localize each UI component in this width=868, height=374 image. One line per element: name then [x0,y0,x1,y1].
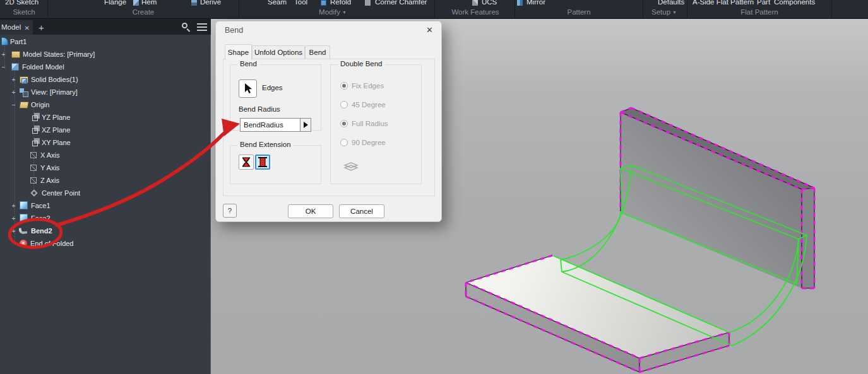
tree-item-face2[interactable]: +Face2 [0,212,211,225]
menu-icon[interactable] [197,23,207,25]
bend-radius-flyout-button[interactable] [300,118,311,132]
corner-chamfer-icon [365,0,371,6]
tree-item-origin[interactable]: −Origin [0,98,211,111]
face-icon [20,214,28,222]
ribbon-group-flat-pattern[interactable]: Flat Pattern [740,8,778,16]
ribbon-item-seam[interactable]: Seam [268,0,287,6]
expand-icon[interactable]: + [11,214,16,222]
ribbon-item-part[interactable]: Part [757,0,770,6]
ribbon-item-derive[interactable]: Derive [200,0,221,6]
tab-shape[interactable]: Shape [225,44,252,60]
edges-select-button[interactable] [239,79,257,98]
hem-icon [133,0,139,6]
dialog-title: Bend [225,26,243,35]
ribbon-item-ucs[interactable]: UCS [482,0,497,6]
tree-item-view[interactable]: +View: [Primary] [0,86,211,98]
add-tab-button[interactable]: + [39,21,44,34]
face-icon [20,201,28,209]
search-icon[interactable] [182,23,187,28]
ribbon-item-aside-flat-pattern[interactable]: A-Side Flat Pattern [693,0,754,6]
tree-item-z-axis[interactable]: Z Axis [0,174,211,187]
part-icon [1,37,8,45]
folder-open-icon [19,102,29,108]
radio-90-degree[interactable] [340,139,348,146]
axis-icon [30,165,37,171]
ribbon-group-work-features[interactable]: Work Features [451,8,499,16]
mirror-icon [517,0,523,6]
bend-radius-label: Bend Radius [239,105,280,113]
plane-icon [32,141,38,146]
wall-front-face [621,112,802,288]
model-tree: Part1 +Model States: [Primary] −Folded M… [0,35,211,374]
bend-extension-option1-button[interactable] [239,155,254,170]
tab-bend[interactable]: Bend [305,45,330,59]
ribbon-item-components[interactable]: Components [774,0,815,6]
bend-group: Bend Edges Bend Radius BendRadius [230,64,321,131]
ribbon-group-setup[interactable]: Setup▼ [651,8,677,16]
expand-icon[interactable]: + [11,227,16,235]
ok-button[interactable]: OK [288,204,333,218]
shape-tab-page: Bend Edges Bend Radius BendRadius Bend E… [223,59,435,196]
dialog-close-button[interactable]: ✕ [426,25,433,35]
ribbon-item-2d-sketch[interactable]: 2D Sketch [5,0,39,6]
ribbon-item-flange[interactable]: Flange [104,0,126,6]
chevron-down-icon: ▼ [342,10,347,15]
wall-right-face [802,188,814,288]
expand-icon[interactable]: + [11,76,16,83]
expand-icon[interactable]: + [11,202,16,209]
expand-icon[interactable]: + [11,88,16,96]
tree-item-y-axis[interactable]: Y Axis [0,161,211,174]
tree-item-yz-plane[interactable]: YZ Plane [0,111,211,124]
help-button[interactable]: ? [223,204,237,218]
ribbon-item-hem[interactable]: Hem [141,0,157,6]
radio-45-degree[interactable] [340,101,348,108]
tree-item-xz-plane[interactable]: XZ Plane [0,124,211,136]
double-bend-group: Double Bend Fix Edges 45 Degree Full Rad… [330,64,422,184]
ribbon-group-modify[interactable]: Modify▼ [319,8,347,16]
bend-feature-icon [19,227,28,234]
bend-extension-b-icon [256,156,269,168]
collapse-icon[interactable]: − [1,63,6,71]
refold-icon [321,0,326,6]
tab-unfold-options[interactable]: Unfold Options [252,45,305,59]
ribbon-group-pattern[interactable]: Pattern [567,8,590,16]
tree-item-face1[interactable]: +Face1 [0,199,211,212]
close-icon[interactable]: ✕ [25,21,30,35]
expand-icon[interactable]: + [1,50,6,58]
model-browser-panel: Model✕ + Part1 +Model States: [Primary] … [0,19,211,374]
app-window: 2D Sketch Flange Hem Derive Seam Tool Re… [0,0,868,374]
collapse-icon[interactable]: − [11,101,16,108]
plane-icon [32,115,38,121]
edges-label: Edges [262,84,283,91]
tree-item-x-axis[interactable]: X Axis [0,149,211,161]
tree-item-folded-model[interactable]: −Folded Model [0,61,211,73]
tree-item-xy-plane[interactable]: XY Plane [0,136,211,149]
view-icon [20,88,27,96]
radio-fix-edges[interactable] [340,82,348,90]
bend-radius-input[interactable]: BendRadius [240,118,300,132]
radio-full-radius[interactable] [340,120,348,127]
tree-item-bend2[interactable]: +Bend2 [0,225,211,237]
bend-extension-option2-button[interactable] [255,155,270,170]
tree-item-solid-bodies[interactable]: +Solid Bodies(1) [0,73,211,86]
ribbon-item-mirror[interactable]: Mirror [526,0,545,6]
folder-icon [11,51,20,58]
center-point-icon [30,189,37,196]
tab-model[interactable]: Model✕ [0,20,33,35]
axis-icon [30,177,37,184]
ribbon-group-sketch[interactable]: Sketch [13,8,35,16]
ribbon-item-refold[interactable]: Refold [330,0,351,6]
tree-item-model-states[interactable]: +Model States: [Primary] [0,48,211,61]
ucs-icon [472,0,478,6]
tree-item-end-of-folded[interactable]: End of Folded [0,237,211,250]
tree-item-center-point[interactable]: Center Point [0,187,211,199]
ribbon-item-defaults[interactable]: Defaults [658,0,684,6]
bend-extension-group: Bend Extension [230,145,321,184]
ribbon-item-tool[interactable]: Tool [294,0,307,6]
tree-item-part1[interactable]: Part1 [0,35,211,48]
ribbon-group-create[interactable]: Create [133,8,155,16]
cursor-icon [239,80,256,97]
cancel-button[interactable]: Cancel [339,204,384,218]
ribbon-item-corner-chamfer[interactable]: Corner Chamfer [375,0,427,6]
bend-extension-a-icon [239,155,253,169]
